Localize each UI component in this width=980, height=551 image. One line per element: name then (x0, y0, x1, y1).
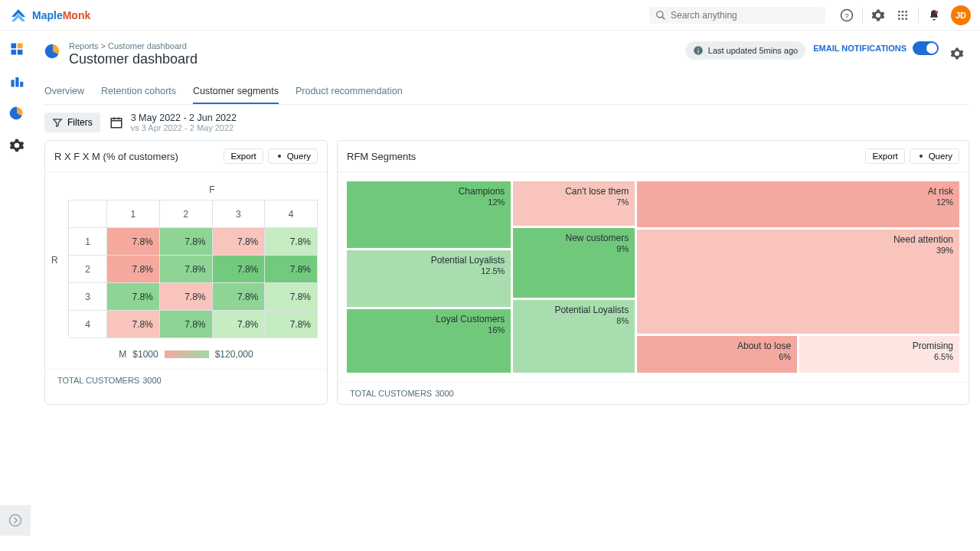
svg-point-4 (898, 11, 900, 13)
query-button[interactable]: Query (268, 148, 318, 164)
segment-loyal-customers[interactable]: Loyal Customers16% (347, 309, 511, 373)
r-axis-label: R (51, 255, 58, 266)
matrix-cell[interactable]: 7.8% (159, 283, 212, 311)
svg-rect-22 (697, 50, 698, 54)
rfm-segments-panel: RFM Segments Export Query Champions12%Po… (337, 140, 969, 405)
panel-title: RFM Segments (347, 151, 861, 162)
matrix-cell[interactable]: 7.8% (212, 228, 265, 256)
segment-potential-loyalists[interactable]: Potential Loyalists12.5% (347, 250, 511, 307)
svg-rect-17 (18, 50, 23, 55)
date-range[interactable]: 3 May 2022 - 2 Jun 2022 vs 3 Apr 2022 - … (109, 112, 237, 132)
help-icon[interactable]: ? (835, 3, 859, 28)
segment-about-to-lose[interactable]: About to lose6% (637, 336, 797, 373)
segment-promising[interactable]: Promising6.5% (799, 336, 959, 373)
export-button[interactable]: Export (865, 148, 904, 164)
matrix-cell[interactable]: 7.8% (265, 283, 318, 311)
expand-sidebar-handle[interactable] (0, 505, 31, 536)
sidebar (0, 31, 34, 551)
svg-point-5 (902, 11, 904, 13)
main-content: Reports > Customer dashboard Customer da… (34, 31, 980, 551)
segment-at-risk[interactable]: At risk12% (637, 181, 959, 227)
tabs: OverviewRetention cohortsCustomer segmen… (44, 80, 969, 105)
sidebar-settings-icon[interactable] (9, 138, 24, 153)
sidebar-bars-icon[interactable] (9, 73, 24, 89)
svg-point-12 (905, 18, 907, 20)
user-avatar[interactable]: JD (951, 5, 971, 25)
apps-icon[interactable] (890, 3, 915, 28)
panel-title: R X F X M (% of customers) (54, 151, 219, 162)
last-updated-chip: Last updated 5mins ago (685, 41, 805, 60)
segment-new-customers[interactable]: New customers9% (513, 228, 635, 298)
page-settings-icon[interactable] (945, 41, 969, 66)
brand-text-2: Monk (63, 9, 91, 21)
tab-retention-cohorts[interactable]: Retention cohorts (101, 80, 176, 104)
segment-potential-loyalists[interactable]: Potential Loyalists8% (513, 300, 635, 373)
brand-text-1: Maple (32, 9, 63, 21)
matrix-cell[interactable]: 7.8% (212, 283, 265, 311)
svg-rect-20 (20, 82, 23, 87)
breadcrumb[interactable]: Reports > Customer dashboard (69, 41, 198, 51)
filters-button[interactable]: Filters (44, 112, 100, 132)
gradient-bar (165, 350, 209, 358)
notifications-icon[interactable] (922, 3, 946, 28)
svg-rect-19 (15, 77, 18, 87)
rfm-matrix-table: 123417.8%7.8%7.8%7.8%27.8%7.8%7.8%7.8%37… (68, 200, 318, 338)
tab-product-recommendation[interactable]: Product recommendation (296, 80, 403, 104)
email-notifications-toggle[interactable]: EMAIL NOTIFICATIONS (813, 41, 939, 55)
matrix-cell[interactable]: 7.8% (212, 256, 265, 283)
filter-icon (52, 117, 63, 128)
gear-icon (275, 152, 284, 161)
toggle-switch[interactable] (913, 41, 939, 55)
svg-rect-18 (11, 80, 15, 86)
matrix-cell[interactable]: 7.8% (212, 311, 265, 338)
svg-rect-24 (111, 119, 122, 128)
matrix-cell[interactable]: 7.8% (265, 228, 318, 256)
svg-point-13 (935, 11, 938, 14)
svg-line-1 (662, 16, 665, 19)
matrix-cell[interactable]: 7.8% (159, 228, 212, 256)
matrix-cell[interactable]: 7.8% (107, 256, 160, 283)
svg-point-11 (902, 18, 904, 20)
search-input[interactable] (671, 10, 819, 21)
brand-logo[interactable]: MapleMonk (9, 6, 90, 24)
page-title: Customer dashboard (69, 51, 198, 67)
matrix-cell[interactable]: 7.8% (159, 256, 212, 283)
logo-icon (9, 6, 28, 24)
page-pie-icon (44, 43, 61, 60)
matrix-cell[interactable]: 7.8% (107, 311, 160, 338)
total-customers: TOTAL CUSTOMERS3000 (45, 369, 327, 391)
svg-rect-14 (11, 44, 17, 49)
f-axis-label: F (106, 184, 318, 195)
settings-icon[interactable] (866, 3, 890, 28)
matrix-legend: M $1000 $120,000 (54, 349, 318, 360)
query-button[interactable]: Query (910, 148, 959, 164)
segment-can-t-lose-them[interactable]: Can't lose them7% (513, 181, 635, 226)
topbar: MapleMonk ? JD (0, 0, 980, 31)
sidebar-dashboard-icon[interactable] (9, 41, 24, 57)
segment-champions[interactable]: Champions12% (347, 181, 511, 248)
info-icon (693, 45, 704, 56)
segment-need-attention[interactable]: Need attention39% (637, 230, 959, 333)
search-box[interactable] (649, 7, 825, 24)
total-customers: TOTAL CUSTOMERS3000 (338, 382, 969, 404)
matrix-cell[interactable]: 7.8% (265, 256, 318, 283)
calendar-icon (109, 116, 123, 129)
gear-icon (916, 152, 926, 161)
search-icon (655, 10, 666, 21)
matrix-cell[interactable]: 7.8% (159, 311, 212, 338)
matrix-cell[interactable]: 7.8% (265, 311, 318, 338)
svg-rect-23 (697, 48, 698, 49)
svg-point-9 (905, 14, 907, 16)
svg-point-10 (898, 18, 900, 20)
export-button[interactable]: Export (224, 148, 263, 164)
svg-point-6 (905, 11, 907, 13)
rfm-matrix-panel: R X F X M (% of customers) Export Query … (44, 140, 328, 405)
svg-point-28 (10, 515, 21, 527)
matrix-cell[interactable]: 7.8% (107, 228, 160, 256)
sidebar-pie-icon[interactable] (9, 106, 24, 121)
matrix-cell[interactable]: 7.8% (107, 283, 160, 311)
svg-rect-16 (11, 50, 17, 55)
chevron-right-icon (8, 514, 22, 527)
tab-customer-segments[interactable]: Customer segments (193, 80, 279, 104)
tab-overview[interactable]: Overview (44, 80, 84, 104)
